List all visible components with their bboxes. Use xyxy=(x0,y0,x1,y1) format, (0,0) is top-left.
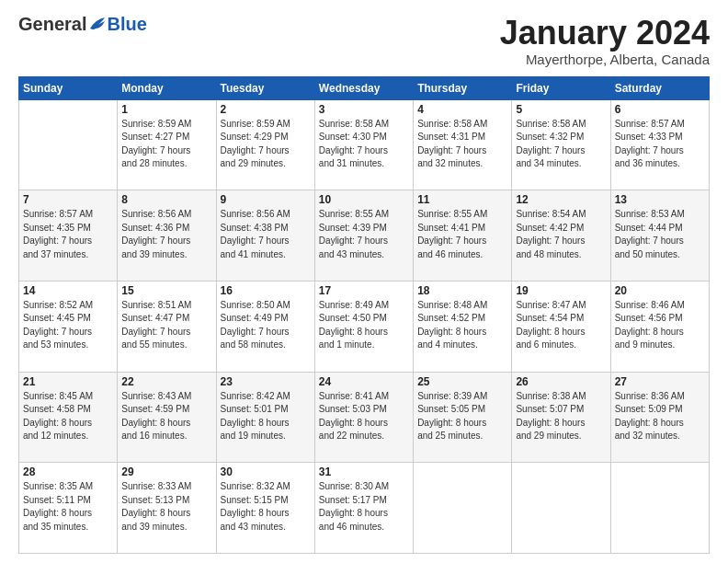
calendar-cell: 22Sunrise: 8:43 AMSunset: 4:59 PMDayligh… xyxy=(118,372,216,463)
calendar-cell xyxy=(610,463,709,554)
calendar-week-3: 14Sunrise: 8:52 AMSunset: 4:45 PMDayligh… xyxy=(19,281,710,372)
day-number: 7 xyxy=(23,193,113,206)
col-monday: Monday xyxy=(118,76,216,99)
calendar-cell: 12Sunrise: 8:54 AMSunset: 4:42 PMDayligh… xyxy=(512,190,610,282)
day-info: Sunrise: 8:56 AMSunset: 4:38 PMDaylight:… xyxy=(221,208,311,261)
day-info: Sunrise: 8:58 AMSunset: 4:32 PMDaylight:… xyxy=(516,118,606,171)
calendar-cell: 14Sunrise: 8:52 AMSunset: 4:45 PMDayligh… xyxy=(19,281,118,372)
day-number: 12 xyxy=(516,193,606,206)
calendar-cell: 10Sunrise: 8:55 AMSunset: 4:39 PMDayligh… xyxy=(314,190,413,282)
day-info: Sunrise: 8:59 AMSunset: 4:27 PMDaylight:… xyxy=(121,118,211,171)
day-info: Sunrise: 8:50 AMSunset: 4:49 PMDaylight:… xyxy=(221,299,311,352)
day-info: Sunrise: 8:55 AMSunset: 4:39 PMDaylight:… xyxy=(319,208,409,261)
calendar-cell: 11Sunrise: 8:55 AMSunset: 4:41 PMDayligh… xyxy=(414,190,512,282)
title-block: January 2024 Mayerthorpe, Alberta, Canad… xyxy=(500,15,710,67)
col-saturday: Saturday xyxy=(610,76,709,99)
day-number: 5 xyxy=(516,103,606,116)
logo: General Blue xyxy=(18,15,147,33)
logo-bird-icon xyxy=(88,16,107,32)
calendar-cell: 3Sunrise: 8:58 AMSunset: 4:30 PMDaylight… xyxy=(314,99,413,190)
day-number: 18 xyxy=(417,284,507,297)
day-info: Sunrise: 8:43 AMSunset: 4:59 PMDaylight:… xyxy=(121,390,211,443)
day-number: 14 xyxy=(23,284,113,297)
day-info: Sunrise: 8:33 AMSunset: 5:13 PMDaylight:… xyxy=(121,480,211,534)
day-number: 30 xyxy=(221,465,311,478)
calendar-cell: 7Sunrise: 8:57 AMSunset: 4:35 PMDaylight… xyxy=(19,190,118,282)
day-number: 6 xyxy=(615,103,705,116)
day-number: 1 xyxy=(121,103,211,116)
day-number: 26 xyxy=(516,375,606,388)
calendar-cell: 21Sunrise: 8:45 AMSunset: 4:58 PMDayligh… xyxy=(19,372,118,463)
calendar-week-4: 21Sunrise: 8:45 AMSunset: 4:58 PMDayligh… xyxy=(19,372,710,463)
day-info: Sunrise: 8:58 AMSunset: 4:30 PMDaylight:… xyxy=(319,118,409,171)
col-thursday: Thursday xyxy=(414,76,512,99)
day-info: Sunrise: 8:35 AMSunset: 5:11 PMDaylight:… xyxy=(23,480,113,534)
day-info: Sunrise: 8:49 AMSunset: 4:50 PMDaylight:… xyxy=(319,299,409,352)
calendar-cell: 26Sunrise: 8:38 AMSunset: 5:07 PMDayligh… xyxy=(512,372,610,463)
day-number: 19 xyxy=(516,284,606,297)
day-info: Sunrise: 8:56 AMSunset: 4:36 PMDaylight:… xyxy=(121,208,211,261)
day-number: 11 xyxy=(417,193,507,206)
col-sunday: Sunday xyxy=(19,76,118,99)
day-info: Sunrise: 8:58 AMSunset: 4:31 PMDaylight:… xyxy=(417,118,507,171)
calendar-cell: 18Sunrise: 8:48 AMSunset: 4:52 PMDayligh… xyxy=(414,281,512,372)
day-info: Sunrise: 8:53 AMSunset: 4:44 PMDaylight:… xyxy=(615,208,705,261)
col-tuesday: Tuesday xyxy=(216,76,314,99)
day-info: Sunrise: 8:32 AMSunset: 5:15 PMDaylight:… xyxy=(221,480,311,534)
day-info: Sunrise: 8:42 AMSunset: 5:01 PMDaylight:… xyxy=(221,390,311,443)
calendar-cell: 9Sunrise: 8:56 AMSunset: 4:38 PMDaylight… xyxy=(216,190,314,282)
calendar-cell: 8Sunrise: 8:56 AMSunset: 4:36 PMDaylight… xyxy=(118,190,216,282)
day-number: 3 xyxy=(319,103,409,116)
day-info: Sunrise: 8:30 AMSunset: 5:17 PMDaylight:… xyxy=(319,480,409,534)
day-number: 29 xyxy=(121,465,211,478)
day-info: Sunrise: 8:55 AMSunset: 4:41 PMDaylight:… xyxy=(417,208,507,261)
day-number: 25 xyxy=(417,375,507,388)
calendar-cell xyxy=(414,463,512,554)
calendar-cell: 24Sunrise: 8:41 AMSunset: 5:03 PMDayligh… xyxy=(314,372,413,463)
calendar-cell: 27Sunrise: 8:36 AMSunset: 5:09 PMDayligh… xyxy=(610,372,709,463)
day-number: 24 xyxy=(319,375,409,388)
calendar-cell: 19Sunrise: 8:47 AMSunset: 4:54 PMDayligh… xyxy=(512,281,610,372)
calendar-header-row: Sunday Monday Tuesday Wednesday Thursday… xyxy=(19,76,710,99)
header: General Blue January 2024 Mayerthorpe, A… xyxy=(18,15,710,67)
calendar-cell: 13Sunrise: 8:53 AMSunset: 4:44 PMDayligh… xyxy=(610,190,709,282)
day-number: 21 xyxy=(23,375,113,388)
day-info: Sunrise: 8:57 AMSunset: 4:35 PMDaylight:… xyxy=(23,208,113,261)
calendar-table: Sunday Monday Tuesday Wednesday Thursday… xyxy=(18,76,710,554)
day-number: 13 xyxy=(615,193,705,206)
day-info: Sunrise: 8:46 AMSunset: 4:56 PMDaylight:… xyxy=(615,299,705,352)
day-info: Sunrise: 8:52 AMSunset: 4:45 PMDaylight:… xyxy=(23,299,113,352)
calendar-week-1: 1Sunrise: 8:59 AMSunset: 4:27 PMDaylight… xyxy=(19,99,710,190)
day-number: 28 xyxy=(23,465,113,478)
calendar-cell: 30Sunrise: 8:32 AMSunset: 5:15 PMDayligh… xyxy=(216,463,314,554)
calendar-cell: 15Sunrise: 8:51 AMSunset: 4:47 PMDayligh… xyxy=(118,281,216,372)
calendar-week-5: 28Sunrise: 8:35 AMSunset: 5:11 PMDayligh… xyxy=(19,463,710,554)
day-number: 2 xyxy=(221,103,311,116)
day-number: 17 xyxy=(319,284,409,297)
calendar-cell: 23Sunrise: 8:42 AMSunset: 5:01 PMDayligh… xyxy=(216,372,314,463)
day-number: 20 xyxy=(615,284,705,297)
day-info: Sunrise: 8:57 AMSunset: 4:33 PMDaylight:… xyxy=(615,118,705,171)
day-number: 22 xyxy=(121,375,211,388)
day-info: Sunrise: 8:47 AMSunset: 4:54 PMDaylight:… xyxy=(516,299,606,352)
day-number: 10 xyxy=(319,193,409,206)
calendar-cell: 20Sunrise: 8:46 AMSunset: 4:56 PMDayligh… xyxy=(610,281,709,372)
calendar-cell: 25Sunrise: 8:39 AMSunset: 5:05 PMDayligh… xyxy=(414,372,512,463)
logo-blue-text: Blue xyxy=(107,15,146,33)
day-info: Sunrise: 8:36 AMSunset: 5:09 PMDaylight:… xyxy=(615,390,705,443)
col-wednesday: Wednesday xyxy=(314,76,413,99)
day-number: 23 xyxy=(221,375,311,388)
calendar-cell: 6Sunrise: 8:57 AMSunset: 4:33 PMDaylight… xyxy=(610,99,709,190)
calendar-cell xyxy=(19,99,118,190)
calendar-cell: 2Sunrise: 8:59 AMSunset: 4:29 PMDaylight… xyxy=(216,99,314,190)
day-number: 15 xyxy=(121,284,211,297)
day-info: Sunrise: 8:59 AMSunset: 4:29 PMDaylight:… xyxy=(221,118,311,171)
calendar-cell xyxy=(512,463,610,554)
day-info: Sunrise: 8:39 AMSunset: 5:05 PMDaylight:… xyxy=(417,390,507,443)
calendar-cell: 5Sunrise: 8:58 AMSunset: 4:32 PMDaylight… xyxy=(512,99,610,190)
day-info: Sunrise: 8:54 AMSunset: 4:42 PMDaylight:… xyxy=(516,208,606,261)
calendar-cell: 31Sunrise: 8:30 AMSunset: 5:17 PMDayligh… xyxy=(314,463,413,554)
location-subtitle: Mayerthorpe, Alberta, Canada xyxy=(500,52,710,67)
col-friday: Friday xyxy=(512,76,610,99)
calendar-cell: 1Sunrise: 8:59 AMSunset: 4:27 PMDaylight… xyxy=(118,99,216,190)
